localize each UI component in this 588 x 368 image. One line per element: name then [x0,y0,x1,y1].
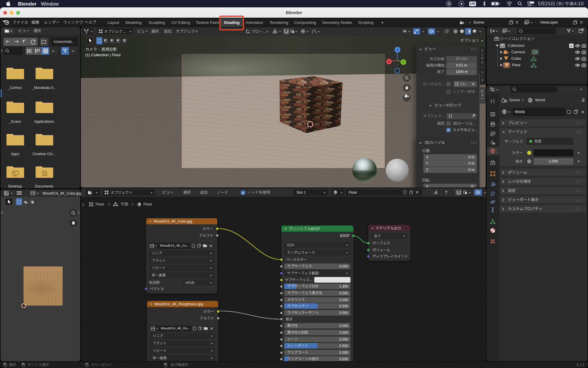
svg-text:Y: Y [402,60,404,64]
svg-text:X: X [388,60,390,63]
svg-text:Z: Z [397,48,399,52]
